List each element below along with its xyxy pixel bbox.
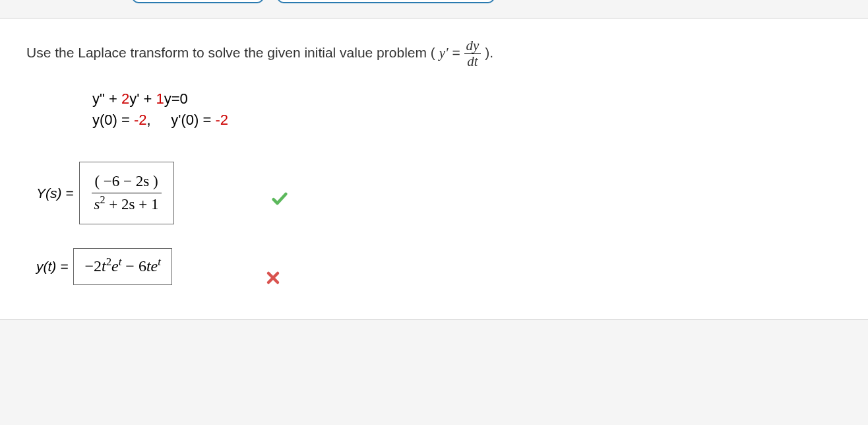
ode-coeff2: 1 xyxy=(156,90,164,107)
x-svg xyxy=(265,270,281,286)
yt-eexp2: t xyxy=(158,255,161,268)
ic-sep: , y'(0) = xyxy=(147,112,216,128)
yt-label: y(t) = xyxy=(36,259,68,275)
ic-prefix: y(0) = xyxy=(92,112,134,128)
Ys-denom-s: s xyxy=(94,196,100,212)
tab-edge-2 xyxy=(277,0,495,3)
Ys-denominator: s2 + 2s + 1 xyxy=(92,193,162,216)
answer-row-yt: y(t) = −2t2et − 6tet xyxy=(26,248,842,285)
yt-e1: e xyxy=(111,257,119,275)
yt-t1: t xyxy=(102,257,106,275)
yt-t2: t xyxy=(146,257,151,275)
yt-mid: − 6 xyxy=(121,257,146,275)
yt-p1: −2 xyxy=(84,257,102,275)
Ys-answer-box[interactable]: ( −6 − 2s ) s2 + 2s + 1 xyxy=(79,162,174,224)
tab-edge-1 xyxy=(132,0,264,3)
Ys-label: Y(s) = xyxy=(36,185,74,201)
yt-e2: e xyxy=(151,257,158,275)
instruction-prefix: Use the Laplace transform to solve the g… xyxy=(26,45,439,60)
frac-num: dy xyxy=(464,38,481,54)
ode-prefix: y" + xyxy=(92,90,121,107)
instruction-text: Use the Laplace transform to solve the g… xyxy=(26,38,842,69)
Ys-denom-exp: 2 xyxy=(100,194,106,205)
ode-mid1: y' + xyxy=(129,90,156,107)
yt-expression: −2t2et − 6tet xyxy=(84,257,160,275)
initial-conditions: y(0) = -2, y'(0) = -2 xyxy=(92,112,842,129)
ode-equation: y" + 2y' + 1y=0 xyxy=(92,90,842,108)
instruction-equals: = xyxy=(449,45,464,60)
ode-suffix: y=0 xyxy=(164,90,188,107)
Ys-fraction: ( −6 − 2s ) s2 + 2s + 1 xyxy=(92,170,162,216)
Ys-denom-rest: + 2s + 1 xyxy=(106,196,159,212)
top-bar xyxy=(0,0,868,18)
frac-den: dt xyxy=(464,54,481,69)
ic-val2: -2 xyxy=(215,112,228,128)
check-svg xyxy=(270,189,289,208)
instruction-var: y′ xyxy=(439,45,449,61)
ic-val1: -2 xyxy=(134,112,147,128)
dy-dt-fraction: dy dt xyxy=(464,38,481,69)
Ys-numerator: ( −6 − 2s ) xyxy=(92,170,162,193)
check-icon xyxy=(270,189,289,212)
yt-answer-box[interactable]: −2t2et − 6tet xyxy=(73,248,171,285)
problem-block: y" + 2y' + 1y=0 y(0) = -2, y'(0) = -2 xyxy=(92,90,842,129)
tab-edges xyxy=(132,0,495,3)
x-icon xyxy=(265,268,281,290)
yt-exp1: 2 xyxy=(106,255,111,268)
ode-coeff1: 2 xyxy=(121,90,129,107)
question-content: Use the Laplace transform to solve the g… xyxy=(0,18,868,320)
answer-row-Ys: Y(s) = ( −6 − 2s ) s2 + 2s + 1 xyxy=(26,162,842,224)
instruction-suffix: ). xyxy=(481,45,493,60)
